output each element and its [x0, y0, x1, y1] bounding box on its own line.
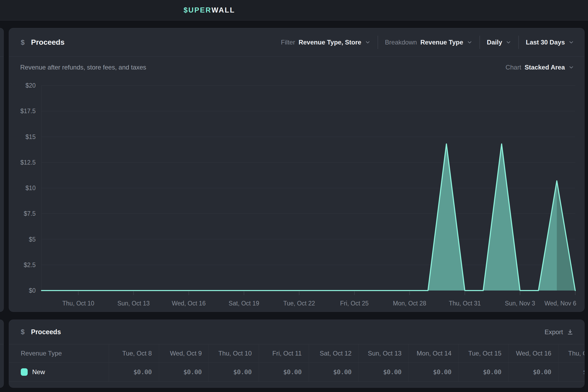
download-icon: [567, 329, 574, 336]
chart-card-title: Proceeds: [31, 38, 64, 47]
x-axis-label: Sat, Oct 19: [229, 300, 259, 307]
export-label: Export: [545, 328, 563, 336]
breakdown-value: Revenue Type: [420, 39, 463, 46]
series-swatch-icon: [21, 368, 28, 376]
granularity-dropdown[interactable]: Daily: [487, 39, 511, 46]
table-card-title-group: $ Proceeds: [21, 328, 61, 336]
chevron-down-icon: [365, 39, 371, 45]
proceeds-table-card: $ Proceeds Export Revenue TypeTue, Oct 8…: [9, 320, 585, 388]
adjacent-card-edge-top: [0, 28, 4, 312]
table-value-cell: $0.00: [159, 363, 209, 381]
dollar-icon: $: [21, 328, 24, 336]
y-axis-label: $17.5: [20, 108, 36, 115]
area-fill: [42, 144, 575, 291]
divider: [518, 36, 519, 49]
table-header-date: Wed, Oct 16: [509, 344, 559, 362]
table-header-date: Sun, Oct 13: [359, 344, 409, 362]
y-axis-label: $20: [26, 82, 36, 89]
x-axis-label: Thu, Oct 31: [449, 300, 481, 307]
table-header-date: Mon, Oct 14: [409, 344, 459, 362]
table-card-header: $ Proceeds Export: [9, 320, 584, 344]
filter-dropdown[interactable]: Filter Revenue Type, Store: [281, 39, 371, 46]
y-axis-label: $0: [29, 287, 36, 294]
proceeds-area-chart: $0$2.5$5$7.5$10$12.5$15$17.5$20Thu, Oct …: [9, 57, 585, 312]
logo-accent-text: $UPER: [184, 6, 212, 14]
chart-card-title-group: $ Proceeds: [21, 38, 65, 47]
table-value-cell: $0.00: [309, 363, 359, 381]
table-card-title: Proceeds: [31, 328, 61, 336]
table-header-date: Fri, Oct 11: [259, 344, 309, 362]
table-value-cell: $0.00: [259, 363, 309, 381]
logo-rest-text: WALL: [212, 6, 235, 14]
adjacent-card-edge-bottom: [0, 320, 4, 388]
filter-value: Revenue Type, Store: [299, 39, 361, 46]
breakdown-label: Breakdown: [385, 39, 417, 46]
table-value-cell: $0.00: [459, 363, 509, 381]
top-navbar: $UPERWALL: [0, 0, 588, 21]
y-axis-label: $15: [26, 133, 36, 140]
table-value-cell: $0.00: [109, 363, 159, 381]
chart-section: Revenue after refunds, store fees, and t…: [9, 57, 584, 312]
table-value-cell: $0.00: [359, 363, 409, 381]
superwall-logo[interactable]: $UPERWALL: [184, 0, 235, 20]
series-name: New: [32, 368, 45, 376]
divider: [378, 36, 378, 49]
granularity-value: Daily: [487, 39, 502, 46]
table-value-cell: $0.00: [558, 363, 585, 381]
table-row: New$0.00$0.00$0.00$0.00$0.00$0.00$0.00$0…: [9, 363, 584, 382]
table-header-date: Wed, Oct 9: [159, 344, 209, 362]
breakdown-dropdown[interactable]: Breakdown Revenue Type: [385, 39, 473, 46]
x-axis-label: Sun, Oct 13: [117, 300, 150, 307]
page: $UPERWALL $ Proceeds Filter Revenue Type…: [0, 0, 588, 392]
table-value-cell: $0.00: [409, 363, 459, 381]
filter-bar: Filter Revenue Type, Store Breakdown Rev…: [281, 36, 574, 49]
proceeds-chart-card: $ Proceeds Filter Revenue Type, Store Br…: [9, 28, 585, 312]
export-button[interactable]: Export: [545, 328, 574, 336]
date-range-dropdown[interactable]: Last 30 Days: [526, 39, 574, 46]
y-axis-label: $10: [26, 185, 36, 191]
y-axis-label: $7.5: [24, 210, 36, 217]
filter-label: Filter: [281, 39, 295, 46]
y-axis-label: $12.5: [20, 159, 36, 166]
y-axis-label: $5: [29, 236, 36, 243]
y-axis-label: $2.5: [24, 262, 36, 268]
x-axis-label: Tue, Oct 22: [283, 300, 315, 307]
dollar-icon: $: [21, 38, 24, 47]
table-header-date: Thu, Oct 17: [558, 344, 585, 362]
x-axis-label: Wed, Oct 16: [172, 300, 206, 307]
table-value-cell: $0.00: [509, 363, 559, 381]
table-value-cell: $0.00: [209, 363, 259, 381]
x-axis-label: Sun, Nov 3: [505, 300, 535, 307]
table-header-revenue-type: Revenue Type: [9, 344, 109, 362]
table-header-date: Sat, Oct 12: [309, 344, 359, 362]
table-header-date: Tue, Oct 8: [109, 344, 159, 362]
x-axis-label: Fri, Oct 25: [340, 300, 368, 307]
table-header-row: Revenue TypeTue, Oct 8Wed, Oct 9Thu, Oct…: [9, 344, 584, 363]
x-axis-label: Mon, Oct 28: [393, 300, 426, 307]
table-row-label-cell: New: [9, 363, 109, 381]
chart-card-header: $ Proceeds Filter Revenue Type, Store Br…: [9, 28, 584, 57]
table-header-date: Thu, Oct 10: [209, 344, 259, 362]
divider: [479, 36, 480, 49]
x-axis-label: Thu, Oct 10: [62, 300, 94, 307]
table-header-date: Tue, Oct 15: [459, 344, 509, 362]
chevron-down-icon: [467, 39, 473, 45]
proceeds-table: Revenue TypeTue, Oct 8Wed, Oct 9Thu, Oct…: [9, 344, 584, 382]
chevron-down-icon: [568, 39, 574, 45]
chevron-down-icon: [506, 39, 511, 45]
date-range-value: Last 30 Days: [526, 39, 565, 46]
x-axis-label: Wed, Nov 6: [544, 300, 576, 307]
